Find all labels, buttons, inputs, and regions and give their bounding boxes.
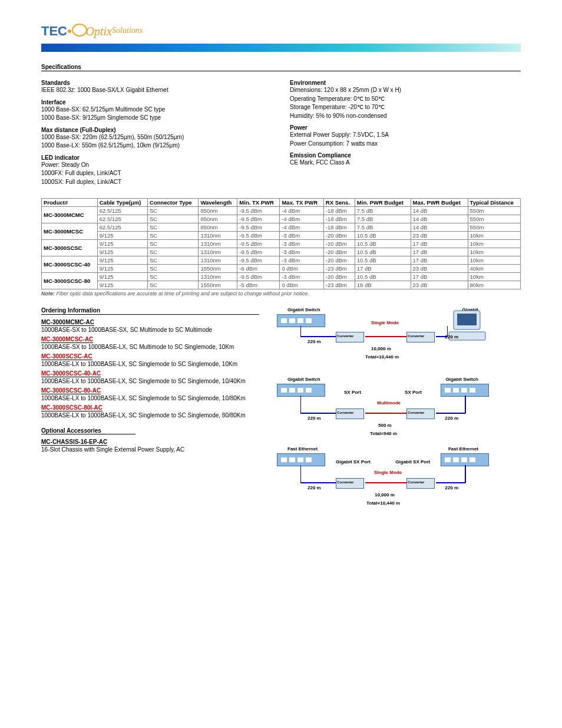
table-cell: 550m: [468, 215, 520, 223]
table-cell: 14 dB: [411, 215, 468, 223]
diag3-mid: 10,000 m: [375, 492, 395, 498]
switch-icon: [277, 384, 325, 397]
svg-point-0: [72, 24, 87, 36]
table-note: Note: Fiber optic data specifications ar…: [41, 291, 521, 297]
table-cell: 1310nm: [199, 273, 237, 281]
table-cell: 0 dBm: [280, 265, 323, 273]
ordering-item: MC-3000MCSC-AC1000BASE-SX to 1000BASE-LX…: [41, 335, 259, 351]
svg-rect-2: [289, 318, 295, 323]
table-cell: 62.5/125: [97, 223, 147, 232]
logo-solutions: Solutions: [112, 26, 143, 35]
table-cell: -3 dBm: [280, 232, 323, 240]
table-cell: -23 dBm: [323, 265, 355, 273]
part-desc: 1000BASE-LX to 1000BASE-LX, SC Singlemod…: [41, 377, 259, 385]
table-cell: SC: [148, 281, 199, 289]
switch-icon: [441, 384, 489, 397]
table-cell: 18 dB: [355, 281, 411, 289]
table-cell: 10km: [468, 256, 520, 265]
if-k1: 1000 Base-SX:: [41, 114, 81, 121]
svg-rect-33: [470, 457, 475, 462]
svg-rect-17: [445, 388, 451, 393]
d-k0: 1000 Base-SX:: [41, 134, 81, 140]
table-cell: 23 dB: [411, 265, 468, 273]
diag2-d1: 220 m: [308, 416, 321, 421]
table-header: Cable Type(μm): [97, 199, 147, 207]
table-cell: 10.5 dB: [355, 248, 411, 256]
emission-heading: Emission Compliance: [290, 152, 521, 159]
product-cell: MC-3000SCSC-40: [42, 256, 98, 273]
table-cell: 17 dB: [411, 273, 468, 281]
table-cell: SC: [148, 215, 199, 223]
logo-optix: Optix: [86, 25, 112, 38]
table-cell: 10km: [468, 240, 520, 248]
diag1-mid: 10,000 m: [371, 346, 391, 351]
table-header: Connector Type: [148, 199, 199, 207]
part-desc: 1000BASE-SX to 1000BASE-SX, SC Multimode…: [41, 326, 259, 334]
table-cell: 23 dB: [411, 281, 468, 289]
table-cell: 9/125: [97, 240, 147, 248]
table-cell: -18 dBm: [323, 207, 355, 215]
table-cell: 10km: [468, 232, 520, 240]
part-desc: 1000BASE-SX to 1000BASE-LX, SC Multimode…: [41, 343, 259, 351]
svg-rect-13: [281, 388, 287, 393]
diag1-mode: Single Mode: [371, 320, 399, 325]
svg-rect-1: [281, 318, 287, 323]
part-number: MC-3000SCSC-80-AC: [41, 387, 101, 394]
table-cell: -18 dBm: [323, 215, 355, 223]
svg-rect-14: [289, 388, 295, 393]
table-cell: SC: [148, 240, 199, 248]
table-cell: 9/125: [97, 273, 147, 281]
table-cell: 1310nm: [199, 248, 237, 256]
table-cell: -3 dBm: [280, 240, 323, 248]
table-cell: SC: [148, 265, 199, 273]
table-cell: 10km: [468, 248, 520, 256]
interface-heading: Interface: [41, 99, 272, 106]
table-cell: 40km: [468, 265, 520, 273]
diag3-tR: Fast Ethernet: [448, 446, 478, 452]
e-k1: Operating Temperature:: [290, 95, 352, 102]
part-desc: 16-Slot Chassis with Single External Pow…: [41, 446, 259, 453]
p-v1: 7 watts max: [346, 140, 378, 147]
table-cell: -6 dBm: [237, 265, 280, 273]
part-desc: 1000BASE-LX to 1000BASE-LX, SC Singlemod…: [41, 394, 259, 402]
p-k0: External Power Supply:: [290, 131, 351, 138]
accessories-list: MC-CHASSIS-16-EP-AC16-Slot Chassis with …: [41, 438, 259, 453]
table-cell: -4 dBm: [280, 207, 323, 215]
svg-rect-20: [470, 388, 475, 393]
svg-rect-16: [306, 388, 312, 393]
table-cell: 23 dB: [411, 232, 468, 240]
l-k2: 1000SX:: [41, 179, 64, 185]
table-row: MC-3000MCSC62.5/125SC850nm-9.5 dBm-4 dBm…: [42, 223, 521, 232]
table-cell: 10.5 dB: [355, 240, 411, 248]
table-cell: 80km: [468, 281, 520, 289]
table-cell: 9/125: [97, 232, 147, 240]
switch-icon: [277, 314, 325, 327]
diag1-title: Gigabit Switch: [287, 307, 320, 312]
table-cell: -9.5 dBm: [237, 223, 280, 232]
table-row: 9/125SC1550nm-5 dBm0 dBm-23 dBm18 dB23 d…: [42, 281, 521, 289]
table-cell: SC: [148, 248, 199, 256]
svg-rect-30: [445, 457, 451, 462]
e-k0: Dimensions:: [290, 87, 322, 93]
std-k: IEEE 802.3z:: [41, 87, 75, 93]
diag1-d2: 220 m: [445, 334, 458, 340]
table-cell: -4 dBm: [280, 215, 323, 223]
product-cell: MC-3000MCMC: [42, 207, 98, 223]
if-k0: 1000 Base-SX:: [41, 106, 81, 113]
gradient-bar: [41, 44, 521, 52]
diag3-d2: 220 m: [445, 485, 458, 490]
diag3-d1: 220 m: [308, 485, 321, 490]
table-cell: -9.5 dBm: [237, 240, 280, 248]
l-v0: Steady On: [61, 162, 89, 168]
table-cell: 14 dB: [411, 207, 468, 215]
logo: TEC OptixSolutions: [41, 24, 521, 39]
specs-heading: Specifications: [41, 64, 521, 71]
table-cell: 1310nm: [199, 232, 237, 240]
svg-rect-3: [297, 318, 303, 323]
diag3-pL: Gigabit SX Port: [336, 459, 371, 465]
svg-rect-4: [306, 318, 312, 323]
table-cell: 62.5/125: [97, 215, 147, 223]
table-header: Max. TX PWR: [280, 199, 323, 207]
svg-rect-26: [281, 457, 287, 462]
switch-icon: [441, 453, 489, 466]
